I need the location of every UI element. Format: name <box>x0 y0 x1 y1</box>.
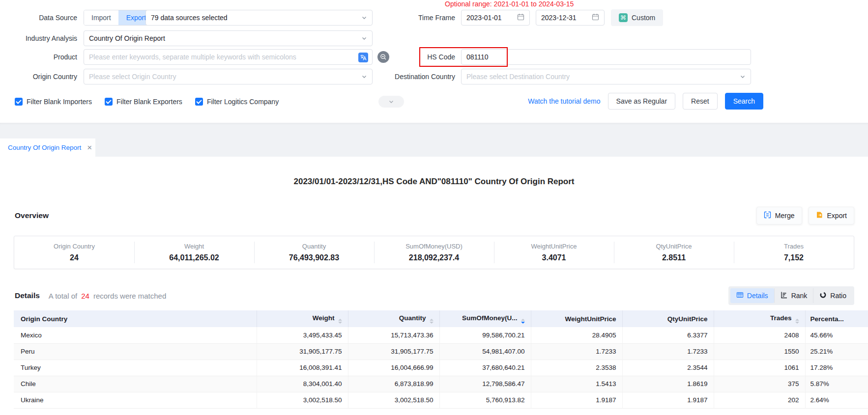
cell-quantity: 6,873,818.99 <box>348 376 439 392</box>
stat-value: 3.4071 <box>494 253 614 262</box>
cell-qtyunitprice: 6.3377 <box>622 327 714 343</box>
reset-button[interactable]: Reset <box>683 93 718 110</box>
chevron-down-icon <box>740 74 746 80</box>
checkbox-label: Filter Logitics Company <box>207 98 279 106</box>
details-table: Origin CountryWeightQuantitySumOfMoney(U… <box>14 310 868 409</box>
column-header-weightunitprice: WeightUnitPrice <box>531 310 622 327</box>
column-label: QtyUnitPrice <box>667 315 708 323</box>
column-header-sumofmoney-u[interactable]: SumOfMoney(U... <box>439 310 531 327</box>
column-label: Percenta... <box>810 315 844 323</box>
column-header-weight[interactable]: Weight <box>257 310 348 327</box>
overview-heading: Overview <box>15 211 49 220</box>
command-icon: ⌘ <box>619 13 628 22</box>
cell-origin-country: Peru <box>14 343 257 360</box>
cell-trades: 2408 <box>714 327 805 343</box>
origin-country-select[interactable]: Please select Origin Country <box>84 69 373 84</box>
filter-checkbox-filter-blank-exporters[interactable]: Filter Blank Exporters <box>105 98 182 106</box>
destination-country-label: Destination Country <box>344 69 455 84</box>
sort-icon[interactable] <box>338 319 342 324</box>
details-heading: Details <box>15 291 40 300</box>
stat-origin-country: Origin Country24 <box>14 243 134 262</box>
cell-percenta: 5.87% <box>805 376 868 392</box>
stat-qtyunitprice: QtyUnitPrice2.8511 <box>614 243 734 262</box>
stat-sumofmoney-usd: SumOfMoney(USD)218,092,237.4 <box>374 243 494 262</box>
industry-analysis-value: Country Of Origin Report <box>89 34 358 42</box>
stat-label: SumOfMoney(USD) <box>374 243 494 250</box>
sort-icon[interactable] <box>521 319 525 324</box>
stat-label: Trades <box>734 243 854 250</box>
product-input[interactable]: Please enter keywords, separate multiple… <box>84 49 373 65</box>
cell-origin-country: Chile <box>14 376 257 392</box>
cell-percenta: 25.21% <box>805 343 868 360</box>
calendar-icon <box>517 13 524 22</box>
checkbox-label: Filter Blank Importers <box>27 98 92 106</box>
product-label: Product <box>0 49 77 65</box>
filter-checkbox-filter-blank-importers[interactable]: Filter Blank Importers <box>15 98 92 106</box>
column-label: WeightUnitPrice <box>565 315 616 323</box>
view-ratio-button[interactable]: Ratio <box>813 288 852 303</box>
view-rank-button[interactable]: Rank <box>774 288 813 303</box>
checkbox-icon <box>195 98 203 106</box>
origin-country-label: Origin Country <box>0 69 77 84</box>
table-row-turkey: Turkey16,008,391.4116,004,666.9937,680,6… <box>14 360 868 376</box>
tutorial-link[interactable]: Watch the tutorial demo <box>528 97 600 105</box>
export-file-icon <box>816 211 823 220</box>
export-label: Export <box>827 212 847 220</box>
tab-country-of-origin-report[interactable]: Country Of Origin Report × <box>0 138 95 157</box>
destination-country-select[interactable]: Please select Destination Country <box>461 69 751 84</box>
cell-weight: 3,002,518.50 <box>257 392 348 408</box>
search-button[interactable]: Search <box>725 93 763 110</box>
calendar-icon <box>592 13 599 22</box>
sort-icon[interactable] <box>795 319 799 324</box>
stat-quantity: Quantity76,493,902.83 <box>254 243 374 262</box>
cell-weightunitprice: 2.3538 <box>531 360 622 376</box>
end-date-input[interactable]: 2023-12-31 <box>536 10 605 26</box>
optional-range-note: Optional range: 2021-01-01 to 2024-03-15 <box>445 0 574 8</box>
sort-icon[interactable] <box>430 319 434 324</box>
view-details-button[interactable]: Details <box>730 288 774 303</box>
close-icon[interactable]: × <box>87 143 92 152</box>
cell-sumofmoney-u: 5,760,913.82 <box>439 392 531 408</box>
stat-value: 218,092,237.4 <box>374 253 494 262</box>
import-toggle[interactable]: Import <box>84 10 118 25</box>
data-source-select[interactable]: 79 data sources selected <box>145 10 373 26</box>
column-header-trades[interactable]: Trades <box>714 310 805 327</box>
column-header-origin-country: Origin Country <box>14 310 257 327</box>
hs-code-label: HS Code <box>344 49 455 65</box>
row-data-source: Data Source Import Export 79 data source… <box>0 10 868 26</box>
table-row-ukraine: Ukraine3,002,518.503,002,518.505,760,913… <box>14 392 868 408</box>
start-date-input[interactable]: 2023-01-01 <box>461 10 530 26</box>
table-row-mexico: Mexico3,495,433.4515,713,473.3699,586,70… <box>14 327 868 343</box>
total-suffix: records were matched <box>93 292 166 300</box>
custom-range-button[interactable]: ⌘ Custom <box>611 9 663 26</box>
overview-card: Origin Country24Weight64,011,265.02Quant… <box>14 236 854 269</box>
industry-analysis-select[interactable]: Country Of Origin Report <box>84 30 373 46</box>
overview-actions: Merge Export <box>756 207 854 224</box>
data-source-label: Data Source <box>0 10 77 26</box>
app-root: Optional range: 2021-01-01 to 2024-03-15… <box>0 0 868 415</box>
stat-value: 2.8511 <box>614 253 734 262</box>
hs-code-input[interactable]: 081110 <box>461 49 751 65</box>
cell-trades: 1061 <box>714 360 805 376</box>
merge-label: Merge <box>775 212 795 220</box>
stat-weightunitprice: WeightUnitPrice3.4071 <box>494 243 614 262</box>
destination-country-placeholder: Please select Destination Country <box>466 73 737 81</box>
column-label: Weight <box>313 314 335 322</box>
save-as-regular-button[interactable]: Save as Regular <box>608 93 676 110</box>
stat-label: WeightUnitPrice <box>494 243 614 250</box>
cell-weight: 31,905,177.75 <box>257 343 348 360</box>
export-button[interactable]: Export <box>809 207 854 224</box>
cell-origin-country: Mexico <box>14 327 257 343</box>
merge-button[interactable]: Merge <box>756 207 802 224</box>
stat-label: Quantity <box>254 243 374 250</box>
collapse-filters-button[interactable] <box>378 96 404 108</box>
filter-checkbox-filter-logitics-company[interactable]: Filter Logitics Company <box>195 98 279 106</box>
cell-weight: 8,304,001.40 <box>257 376 348 392</box>
row-product-hscode: Product Please enter keywords, separate … <box>0 49 868 65</box>
column-label: Trades <box>770 314 792 322</box>
stat-label: QtyUnitPrice <box>614 243 734 250</box>
cell-origin-country: Ukraine <box>14 392 257 408</box>
column-header-quantity[interactable]: Quantity <box>348 310 439 327</box>
stat-value: 76,493,902.83 <box>254 253 374 262</box>
stat-trades: Trades7,152 <box>734 243 854 262</box>
